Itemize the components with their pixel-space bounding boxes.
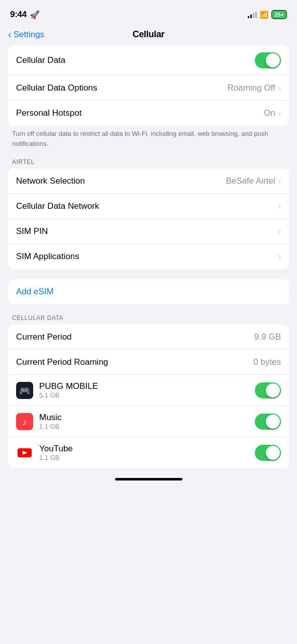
youtube-toggle[interactable] [255, 445, 281, 461]
battery-badge: 25+ [271, 10, 287, 19]
cellular-data-toggle[interactable] [255, 52, 281, 68]
cellular-data-options-label: Cellular Data Options [16, 83, 97, 93]
cellular-data-usage-card: Current Period 9.9 GB Current Period Roa… [8, 325, 289, 468]
music-app-icon: ♪ [16, 413, 33, 430]
add-esim-card: Add eSIM [8, 279, 289, 304]
chevron-icon: › [278, 227, 281, 236]
main-card: Cellular Data Cellular Data Options Roam… [8, 46, 289, 126]
network-selection-label: Network Selection [16, 176, 85, 186]
cellular-data-network-row[interactable]: Cellular Data Network › [8, 194, 289, 219]
network-selection-row[interactable]: Network Selection BeSafe Airtel › [8, 169, 289, 194]
personal-hotspot-right: On › [264, 108, 281, 118]
cellular-data-network-right: › [278, 202, 281, 211]
music-toggle[interactable] [255, 414, 281, 430]
pubg-size: 5.1 GB [39, 391, 98, 399]
svg-text:♪: ♪ [23, 417, 27, 427]
airtel-card: Network Selection BeSafe Airtel › Cellul… [8, 169, 289, 269]
personal-hotspot-value: On [264, 108, 275, 118]
home-indicator [115, 478, 182, 480]
airtel-section: AIRTEL Network Selection BeSafe Airtel ›… [8, 158, 289, 269]
toggle-knob [266, 383, 280, 397]
current-period-right: 9.9 GB [254, 332, 281, 342]
music-row[interactable]: ♪ Music 1.1 GB [8, 406, 289, 437]
pubg-toggle[interactable] [255, 382, 281, 398]
sim-pin-row[interactable]: SIM PIN › [8, 219, 289, 244]
add-esim-section: Add eSIM [8, 279, 289, 304]
music-size: 1.1 GB [39, 423, 61, 430]
pubg-icon: 🎮 [16, 382, 33, 399]
status-bar: 9:44 🚀 📶 25+ [0, 0, 297, 25]
pubg-info: PUBG MOBILE 5.1 GB [39, 381, 98, 399]
svg-text:🎮: 🎮 [19, 385, 31, 396]
sim-applications-label: SIM Applications [16, 252, 79, 262]
time-label: 9:44 [10, 10, 27, 20]
cellular-data-section-label: CELLULAR DATA [8, 314, 289, 325]
youtube-row[interactable]: YouTube 1.1 GB [8, 437, 289, 468]
wifi-icon: 📶 [260, 11, 268, 19]
toggle-knob [266, 446, 280, 460]
sim-pin-right: › [278, 227, 281, 236]
back-label: Settings [14, 30, 44, 40]
status-right: 📶 25+ [248, 10, 287, 19]
cellular-data-options-row[interactable]: Cellular Data Options Roaming Off › [8, 75, 289, 101]
toggle-knob [266, 415, 280, 429]
nav-header: ‹ Settings Cellular [0, 25, 297, 46]
cellular-data-options-value: Roaming Off [228, 83, 275, 93]
network-selection-right: BeSafe Airtel › [226, 176, 281, 186]
pubg-name: PUBG MOBILE [39, 381, 98, 391]
current-period-roaming-label: Current Period Roaming [16, 357, 108, 367]
chevron-icon: › [278, 252, 281, 261]
toggle-knob [266, 53, 280, 67]
cellular-helper-text: Turn off cellular data to restrict all d… [8, 126, 289, 148]
chevron-icon: › [278, 109, 281, 118]
current-period-label: Current Period [16, 332, 72, 342]
youtube-info: YouTube 1.1 GB [39, 444, 73, 461]
add-esim-label[interactable]: Add eSIM [16, 287, 54, 297]
cellular-data-label: Cellular Data [16, 55, 65, 65]
add-esim-row[interactable]: Add eSIM [8, 279, 289, 304]
cellular-data-network-label: Cellular Data Network [16, 201, 99, 211]
current-period-roaming-right: 0 bytes [253, 357, 281, 367]
airtel-section-label: AIRTEL [8, 158, 289, 169]
youtube-name: YouTube [39, 444, 73, 454]
cellular-data-row[interactable]: Cellular Data [8, 46, 289, 75]
current-period-value: 9.9 GB [254, 332, 281, 342]
sim-applications-right: › [278, 252, 281, 261]
status-left: 9:44 🚀 [10, 10, 40, 20]
signal-icon [248, 11, 257, 18]
cellular-data-usage-section: CELLULAR DATA Current Period 9.9 GB Curr… [8, 314, 289, 468]
current-period-row: Current Period 9.9 GB [8, 325, 289, 350]
sim-pin-label: SIM PIN [16, 226, 48, 236]
current-period-roaming-value: 0 bytes [253, 357, 281, 367]
network-selection-value: BeSafe Airtel [226, 176, 275, 186]
chevron-icon: › [278, 202, 281, 211]
music-left: ♪ Music 1.1 GB [16, 413, 255, 430]
personal-hotspot-label: Personal Hotspot [16, 108, 81, 118]
personal-hotspot-row[interactable]: Personal Hotspot On › [8, 101, 289, 126]
youtube-size: 1.1 GB [39, 454, 73, 461]
rocket-icon: 🚀 [30, 10, 40, 20]
youtube-app-icon [16, 444, 33, 461]
youtube-left: YouTube 1.1 GB [16, 444, 255, 461]
back-button[interactable]: ‹ Settings [8, 30, 44, 40]
current-period-roaming-row: Current Period Roaming 0 bytes [8, 350, 289, 375]
back-chevron-icon: ‹ [8, 29, 12, 39]
pubg-row[interactable]: 🎮 PUBG MOBILE 5.1 GB [8, 375, 289, 406]
page-title: Cellular [133, 29, 165, 40]
music-info: Music 1.1 GB [39, 413, 61, 430]
music-name: Music [39, 413, 61, 423]
main-section: Cellular Data Cellular Data Options Roam… [8, 46, 289, 148]
pubg-left: 🎮 PUBG MOBILE 5.1 GB [16, 381, 255, 399]
chevron-icon: › [278, 84, 281, 93]
cellular-data-options-right: Roaming Off › [228, 83, 281, 93]
chevron-icon: › [278, 177, 281, 186]
sim-applications-row[interactable]: SIM Applications › [8, 244, 289, 269]
